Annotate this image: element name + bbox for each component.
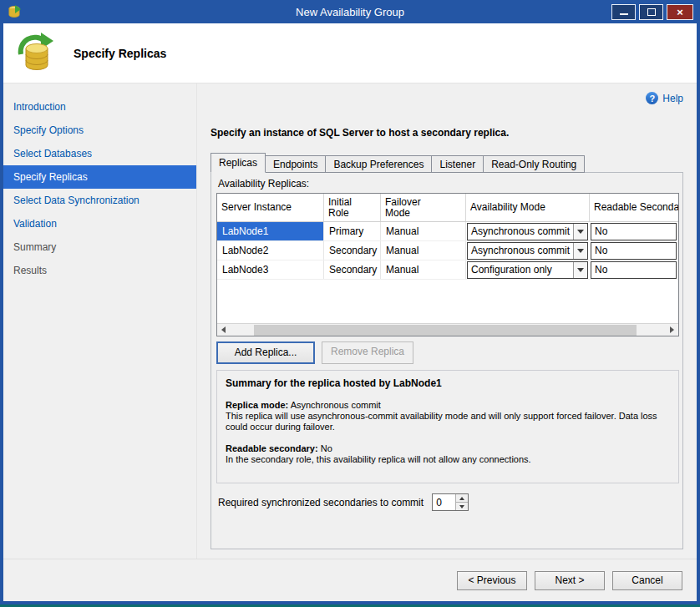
sidebar-item-results: Results (3, 259, 196, 282)
availability-mode-dropdown[interactable]: Configuration only (467, 261, 588, 279)
replica-summary-box: Summary for the replica hosted by LabNod… (216, 370, 679, 483)
table-row[interactable]: LabNode3 Secondary Manual Configuration … (217, 261, 678, 280)
column-header-failover-mode: Failover Mode (381, 194, 466, 221)
tab-listener[interactable]: Listener (431, 155, 484, 173)
minimize-icon (620, 13, 628, 15)
maximize-button[interactable] (639, 4, 663, 20)
readable-secondary-dropdown[interactable]: No (591, 261, 677, 279)
table-row[interactable]: LabNode2 Secondary Manual Asynchronous c… (217, 241, 678, 261)
scrollbar-thumb[interactable] (254, 325, 637, 336)
help-link[interactable]: ? Help (646, 92, 683, 104)
dropdown-value: Asynchronous commit (468, 224, 573, 240)
maximize-icon (647, 8, 656, 16)
availability-mode-dropdown[interactable]: Asynchronous commit (467, 223, 588, 240)
spinner-down-icon[interactable] (456, 502, 468, 510)
column-label: Availability Mode (470, 202, 545, 213)
column-header-server-instance: Server Instance (217, 194, 324, 221)
replica-mode-line: Replica mode: Asynchronous commit (226, 400, 670, 411)
cell-server-instance[interactable]: LabNode1 (217, 222, 324, 240)
sidebar-item-specify-replicas[interactable]: Specify Replicas (3, 165, 196, 189)
cell-server-instance[interactable]: LabNode2 (217, 241, 324, 260)
column-header-initial-role: Initial Role (324, 194, 381, 221)
sidebar-item-select-data-synchronization[interactable]: Select Data Synchronization (3, 189, 196, 212)
readable-secondary-label: Readable secondary: (226, 443, 318, 453)
readable-secondary-value: No (321, 443, 332, 453)
summary-title: Summary for the replica hosted by LabNod… (226, 377, 670, 389)
scroll-right-icon[interactable] (666, 324, 678, 336)
availability-mode-dropdown[interactable]: Asynchronous commit (467, 242, 588, 260)
availability-replicas-label: Availability Replicas: (218, 178, 309, 190)
cell-readable-secondary: No (590, 222, 678, 240)
dropdown-value: No (591, 262, 676, 278)
cell-availability-mode: Asynchronous commit (466, 241, 590, 260)
sidebar-item-introduction[interactable]: Introduction (3, 95, 196, 119)
add-replica-button[interactable]: Add Replica... (216, 341, 315, 364)
readable-secondary-dropdown[interactable]: No (591, 242, 677, 260)
column-header-availability-mode: Availability Mode (466, 194, 590, 221)
scroll-left-icon[interactable] (217, 324, 230, 336)
content-area: Introduction Specify Options Select Data… (3, 83, 697, 559)
replicas-table: Server Instance Initial Role Failover Mo… (216, 193, 679, 336)
minimize-button[interactable] (611, 4, 636, 20)
sidebar-item-summary: Summary (3, 235, 196, 259)
spinner-up-icon[interactable] (456, 494, 468, 502)
required-secondaries-row: Required synchronized secondaries to com… (218, 493, 469, 511)
tab-backup-preferences[interactable]: Backup Preferences (325, 155, 432, 173)
required-secondaries-spinner (432, 493, 469, 511)
close-icon: × (677, 7, 683, 18)
instruction-text: Specify an instance of SQL Server to hos… (211, 127, 509, 139)
column-label: Failover Mode (385, 197, 429, 219)
page-title: Specify Replicas (74, 47, 166, 60)
main-panel: ? Help Specify an instance of SQL Server… (197, 83, 697, 559)
dropdown-value: Configuration only (468, 262, 573, 278)
cell-failover-mode: Manual (381, 241, 466, 260)
sidebar-item-validation[interactable]: Validation (3, 212, 196, 235)
chevron-down-icon[interactable] (573, 243, 587, 259)
cell-readable-secondary: No (590, 261, 678, 279)
sidebar-item-select-databases[interactable]: Select Databases (3, 142, 196, 165)
table-row[interactable]: LabNode1 Primary Manual Asynchronous com… (217, 222, 678, 241)
window: New Availability Group × Specify Replica… (0, 0, 700, 604)
horizontal-scrollbar[interactable] (217, 323, 678, 336)
cell-initial-role: Secondary (324, 241, 381, 260)
cell-server-instance[interactable]: LabNode3 (217, 261, 324, 279)
cell-initial-role: Secondary (324, 261, 381, 279)
cell-failover-mode: Manual (381, 222, 466, 240)
replicas-tab-page: Availability Replicas: Server Instance I… (211, 172, 683, 549)
sidebar-item-specify-options[interactable]: Specify Options (3, 119, 196, 142)
replica-mode-value: Asynchronous commit (291, 400, 381, 410)
replica-mode-description: This replica will use asynchronous-commi… (226, 411, 670, 432)
dropdown-value: Asynchronous commit (468, 243, 573, 259)
cancel-button[interactable]: Cancel (612, 571, 682, 590)
tab-endpoints[interactable]: Endpoints (265, 155, 326, 173)
window-title: New Availability Group (0, 6, 700, 18)
window-controls: × (611, 4, 693, 20)
tab-read-only-routing[interactable]: Read-Only Routing (483, 155, 585, 173)
replica-mode-label: Replica mode: (226, 400, 288, 410)
sidebar: Introduction Specify Options Select Data… (3, 83, 197, 559)
table-empty-area (217, 280, 678, 323)
database-refresh-icon (15, 32, 57, 73)
chevron-down-icon[interactable] (573, 262, 587, 278)
close-button[interactable]: × (667, 4, 693, 20)
cell-readable-secondary: No (590, 241, 678, 260)
chevron-down-icon[interactable] (573, 224, 587, 240)
cell-availability-mode: Asynchronous commit (466, 222, 590, 240)
required-secondaries-label: Required synchronized secondaries to com… (218, 497, 424, 508)
remove-replica-button[interactable]: Remove Replica (322, 341, 413, 364)
column-label: Readable Secondary (594, 202, 678, 213)
previous-button[interactable]: < Previous (457, 571, 527, 590)
tab-replicas[interactable]: Replicas (211, 153, 266, 173)
required-secondaries-input[interactable] (433, 494, 455, 510)
dropdown-value: No (591, 224, 676, 240)
window-body: Specify Replicas Introduction Specify Op… (3, 23, 697, 601)
titlebar[interactable]: New Availability Group × (0, 0, 700, 23)
readable-secondary-dropdown[interactable]: No (591, 223, 677, 240)
readable-secondary-line: Readable secondary: No (226, 443, 670, 454)
wizard-header: Specify Replicas (3, 23, 697, 83)
readable-secondary-description: In the secondary role, this availability… (226, 454, 670, 465)
table-header-row: Server Instance Initial Role Failover Mo… (217, 194, 678, 222)
footer-bar: < Previous Next > Cancel (3, 559, 697, 601)
spinner-buttons (455, 494, 468, 510)
next-button[interactable]: Next > (535, 571, 605, 590)
